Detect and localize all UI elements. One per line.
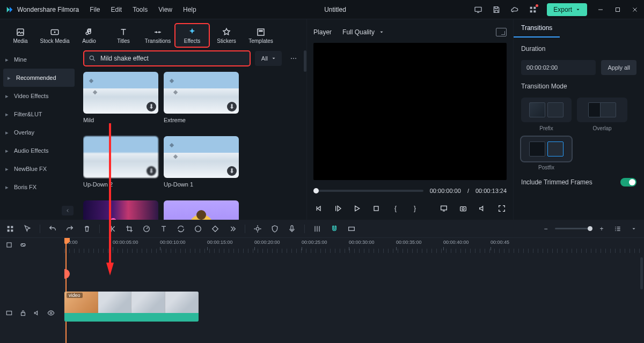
track-video-icon[interactable] (5, 309, 13, 318)
zoom-slider[interactable] (555, 228, 592, 229)
sidebar-item-filter-lut[interactable]: ▸Filter&LUT (0, 105, 78, 123)
player-display-icon[interactable] (439, 204, 449, 213)
apply-all-button[interactable]: Apply all (601, 60, 636, 75)
tl-text-icon[interactable] (159, 224, 169, 234)
player-mark-in-icon[interactable]: { (391, 204, 400, 213)
player-stop-icon[interactable] (371, 204, 381, 213)
tl-mixer-icon[interactable] (312, 224, 322, 234)
tab-transitions-props[interactable]: Transitions (514, 19, 560, 38)
tl-gutter-nest-icon[interactable] (5, 241, 13, 250)
tl-ratio-icon[interactable] (347, 224, 356, 234)
mode-postfix[interactable]: Postfix (521, 137, 572, 170)
player-play-icon[interactable] (352, 204, 362, 213)
player-play-pause-icon[interactable] (333, 204, 342, 213)
tab-audio[interactable]: Audio (72, 24, 106, 47)
sidebar-collapse-button[interactable] (62, 206, 74, 215)
duration-input[interactable]: 00:00:02:00 (521, 60, 596, 75)
menu-view[interactable]: View (158, 6, 172, 13)
sidebar-item-boris-fx[interactable]: ▸Boris FX (0, 178, 78, 196)
sidebar-item-recommended[interactable]: ▸Recommended (3, 69, 75, 87)
player-seekbar[interactable] (313, 190, 423, 192)
zoom-in-icon[interactable]: + (597, 224, 606, 234)
timeline-playhead[interactable] (65, 238, 67, 343)
window-minimize-icon[interactable] (597, 6, 604, 13)
include-trimmed-toggle[interactable] (620, 178, 636, 187)
save-icon[interactable] (492, 5, 501, 14)
tl-mic-icon[interactable] (287, 224, 297, 234)
tl-color-icon[interactable] (193, 224, 203, 234)
search-input[interactable]: Mild shake effect (83, 50, 251, 66)
sidebar-item-mine[interactable]: ▸Mine (0, 50, 78, 69)
tab-templates[interactable]: Templates (244, 24, 278, 47)
player-tab[interactable]: Player (313, 28, 332, 36)
tab-titles[interactable]: Titles (106, 24, 141, 47)
tl-redo-icon[interactable] (65, 224, 75, 234)
effect-card-mild[interactable]: ⬇ Mild (83, 72, 158, 123)
tl-more-icon[interactable] (228, 224, 237, 234)
effect-card-updown-2[interactable]: ⬇ Up-Down 2 (83, 136, 158, 188)
tl-zoom-control[interactable]: − + (541, 224, 606, 234)
export-button[interactable]: Export (547, 3, 587, 16)
tl-refresh-icon[interactable] (176, 224, 186, 234)
timeline[interactable]: 00:00 00:00:05:00 00:00:10:00 00:00:15:0… (64, 238, 644, 343)
gallery-more-button[interactable]: ⋯ (286, 51, 301, 66)
menu-file[interactable]: File (90, 6, 100, 13)
menu-edit[interactable]: Edit (111, 6, 122, 13)
snapshot-icon[interactable] (496, 28, 507, 36)
tl-magnet-icon[interactable] (330, 224, 339, 234)
tl-list-icon[interactable] (613, 224, 623, 234)
tab-stock-media[interactable]: Stock Media (38, 24, 72, 47)
mode-overlap[interactable]: Overlap (577, 98, 627, 131)
tab-effects[interactable]: Effects (175, 24, 209, 47)
effect-card-5[interactable] (83, 200, 158, 220)
tl-speed-icon[interactable] (142, 224, 151, 234)
gallery-filter-dropdown[interactable]: All (255, 51, 282, 66)
tab-transitions[interactable]: Transitions (141, 24, 175, 47)
tl-delete-icon[interactable] (82, 224, 92, 234)
tl-gutter-link-icon[interactable] (19, 241, 27, 250)
tl-split-icon[interactable] (107, 224, 117, 234)
gallery-scrollbar[interactable] (304, 50, 306, 72)
effect-card-extreme[interactable]: ⬇ Extreme (164, 72, 239, 123)
sidebar-item-newblue-fx[interactable]: ▸NewBlue FX (0, 160, 78, 178)
menu-tools[interactable]: Tools (133, 6, 148, 13)
window-close-icon[interactable] (631, 6, 639, 13)
tab-media[interactable]: Media (3, 24, 38, 47)
player-camera-icon[interactable] (458, 204, 468, 213)
track-lock-icon[interactable] (19, 309, 27, 318)
player-quality-dropdown[interactable]: Full Quality (342, 28, 384, 36)
track-eye-icon[interactable] (47, 309, 55, 318)
mode-prefix[interactable]: Prefix (521, 98, 572, 131)
player-prev-icon[interactable] (313, 204, 323, 213)
tl-marker-icon[interactable] (253, 224, 262, 234)
timeline-scrollbar[interactable] (640, 257, 643, 289)
sidebar-item-overlay[interactable]: ▸Overlay (0, 123, 78, 141)
sidebar-item-video-effects[interactable]: ▸Video Effects (0, 87, 78, 105)
sidebar-item-audio-effects[interactable]: ▸Audio Effects (0, 141, 78, 160)
menu-help[interactable]: Help (183, 6, 196, 13)
timeline-panel: − + 00:00 00:00:05:0 (0, 220, 644, 343)
timeline-marker[interactable] (64, 269, 70, 279)
device-icon[interactable] (474, 5, 482, 14)
tl-undo-icon[interactable] (48, 224, 57, 234)
player-viewport[interactable] (313, 43, 507, 180)
effect-card-updown-1[interactable]: ⬇ Up-Down 1 (164, 136, 239, 188)
tl-crop-icon[interactable] (125, 224, 134, 234)
tl-grid-icon[interactable] (5, 224, 15, 234)
cloud-icon[interactable] (510, 5, 519, 14)
timeline-ruler[interactable]: 00:00 00:00:05:00 00:00:10:00 00:00:15:0… (64, 238, 644, 254)
tl-keyframe-icon[interactable] (210, 224, 220, 234)
tl-view-menu-icon[interactable] (629, 224, 639, 234)
player-volume-icon[interactable] (478, 204, 487, 213)
tl-cursor-icon[interactable] (23, 224, 32, 234)
tl-shield-icon[interactable] (270, 224, 280, 234)
player-mark-out-icon[interactable]: } (410, 204, 420, 213)
zoom-out-icon[interactable]: − (541, 224, 551, 234)
track-mute-icon[interactable] (33, 309, 41, 318)
effect-card-6[interactable] (164, 200, 239, 220)
timeline-clip-video[interactable]: video (64, 292, 199, 322)
window-maximize-icon[interactable] (614, 6, 621, 13)
apps-icon[interactable] (529, 5, 537, 14)
tab-stickers[interactable]: Stickers (209, 24, 244, 47)
player-fullscreen-icon[interactable] (497, 204, 507, 213)
